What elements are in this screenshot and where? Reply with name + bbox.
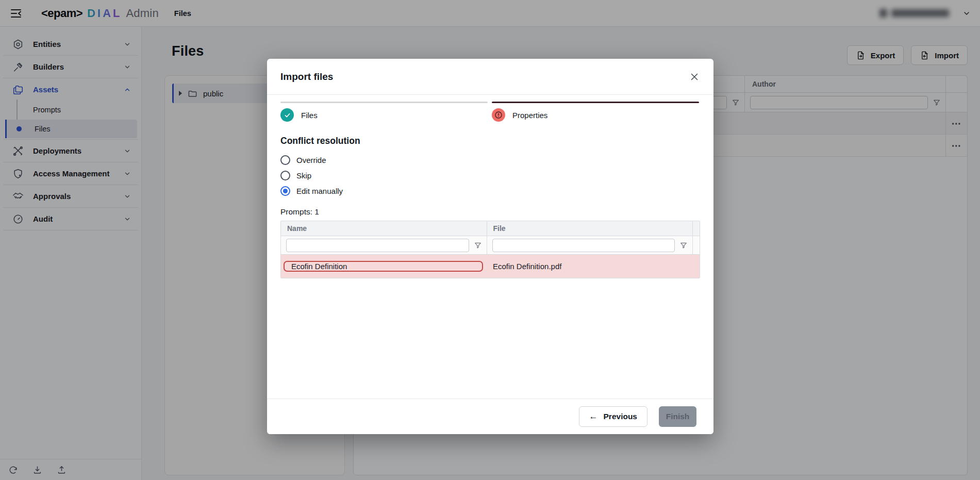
radio-circle-selected-icon[interactable]: [280, 186, 290, 196]
step-check-icon: [280, 108, 294, 122]
arrow-left-icon: ←: [589, 411, 598, 422]
previous-label: Previous: [604, 412, 637, 421]
conflict-radio-group: Override Skip Edit manually: [280, 152, 700, 198]
radio-label: Edit manually: [296, 187, 343, 195]
radio-skip[interactable]: Skip: [280, 168, 700, 183]
step-label: Files: [301, 111, 318, 120]
step-files[interactable]: Files: [280, 102, 488, 122]
radio-circle-icon[interactable]: [280, 171, 290, 180]
modal-footer: ← Previous Finish: [267, 399, 713, 434]
conflicts-table: Name File: [280, 221, 700, 278]
step-properties[interactable]: Properties: [492, 102, 699, 122]
radio-circle-icon[interactable]: [280, 155, 290, 165]
radio-label: Skip: [296, 171, 311, 180]
scrollbar-gutter: [692, 236, 700, 254]
conflict-name-editable-cell[interactable]: Ecofin Definition: [284, 261, 483, 272]
radio-label: Override: [296, 156, 326, 164]
close-icon[interactable]: [689, 71, 700, 82]
conflict-resolution-heading: Conflict resolution: [280, 136, 700, 146]
step-progress-bar: [492, 102, 699, 103]
step-label: Properties: [512, 111, 547, 120]
conflict-name-cell: Ecofin Definition: [281, 258, 486, 275]
modal-header: Import files: [267, 59, 713, 95]
conflict-row-error: Ecofin Definition Ecofin Definition.pdf: [281, 255, 700, 278]
filter-funnel-icon[interactable]: [474, 241, 482, 250]
file-filter-input[interactable]: [492, 239, 675, 252]
app-root: <epam> DIAL Admin Files Entities: [0, 0, 980, 480]
column-header-file: File: [487, 221, 693, 236]
filter-cell-name: [281, 236, 487, 254]
prompts-count-label: Prompts: 1: [280, 207, 700, 217]
filter-cell-file: [487, 236, 693, 254]
conflicts-table-header: Name File: [281, 221, 700, 236]
step-progress-bar: [280, 102, 488, 103]
previous-button[interactable]: ← Previous: [579, 406, 647, 427]
step-error-icon: [492, 108, 505, 122]
modal-body: Conflict resolution Override Skip Edit m…: [267, 122, 713, 399]
import-stepper: Files Properties: [267, 95, 713, 122]
radio-override[interactable]: Override: [280, 152, 700, 168]
name-filter-input[interactable]: [286, 239, 469, 252]
finish-button-disabled[interactable]: Finish: [659, 406, 696, 427]
column-header-name: Name: [281, 221, 487, 236]
scrollbar-gutter: [692, 221, 700, 236]
conflict-file-cell: Ecofin Definition.pdf: [486, 262, 692, 271]
conflicts-filter-row: [281, 236, 700, 255]
import-files-modal: Import files Files: [267, 59, 713, 434]
modal-title: Import files: [280, 71, 333, 82]
radio-edit-manually[interactable]: Edit manually: [280, 183, 700, 198]
filter-funnel-icon[interactable]: [679, 241, 688, 250]
